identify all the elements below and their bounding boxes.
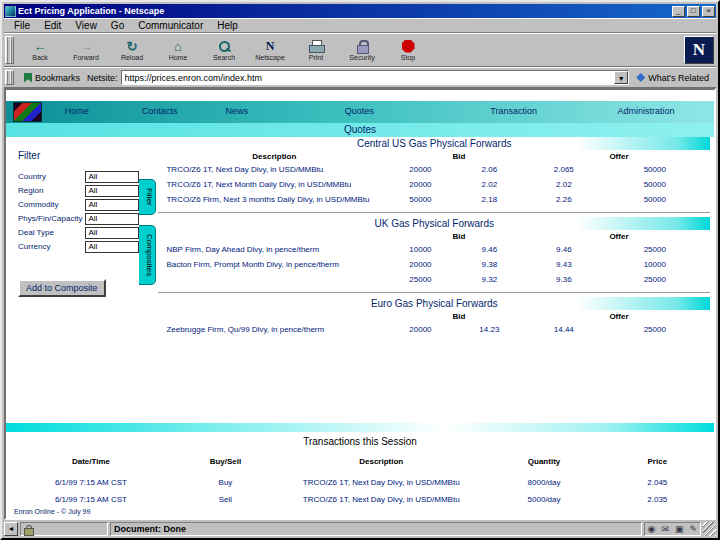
security-button[interactable]: Security [339, 35, 385, 65]
menu-file[interactable]: File [7, 19, 37, 32]
quotes-table: Bid Offer Zeebrugge Firm, Qu/99 Dlvy, in… [158, 310, 710, 337]
menu-communicator[interactable]: Communicator [131, 19, 210, 32]
home-button[interactable]: ⌂ Home [155, 35, 201, 65]
back-arrow-icon: ← [34, 39, 47, 53]
titlebar[interactable]: Ect Pricing Application - Netscape _ □ × [4, 4, 716, 18]
browser-content-area: Home Contacts News Quotes Transaction Ad… [4, 88, 716, 520]
filter-field-region: Region All [18, 185, 139, 197]
close-button[interactable]: × [702, 6, 715, 17]
netscape-button[interactable]: N Netscape [247, 35, 293, 65]
search-icon [218, 40, 231, 53]
deal-type-label: Deal Type [18, 229, 85, 237]
quotes-table: Description Bid Offer TRCO/Z6 1T, Next D… [158, 150, 710, 207]
search-button[interactable]: Search [201, 35, 247, 65]
bookmarks-button[interactable]: Bookmarks [20, 72, 84, 84]
reload-label: Reload [121, 54, 143, 61]
printer-icon [309, 40, 323, 52]
phys-fin-capacity-select[interactable]: All [85, 213, 139, 225]
transactions-title: Transactions this Session [6, 432, 714, 457]
menu-view[interactable]: View [68, 19, 104, 32]
nav-item-home[interactable]: Home [65, 106, 89, 116]
navigation-toolbar: ← Back → Forward ↻ Reload ⌂ Home Search … [4, 33, 716, 67]
offer-column-header: Offer [528, 310, 710, 322]
print-button[interactable]: Print [293, 35, 339, 65]
discussions-icon[interactable]: ▣ [675, 525, 684, 534]
scroll-left-button[interactable]: ◄ [4, 522, 18, 536]
filter-field-country: Country All [18, 171, 139, 183]
commodity-select[interactable]: All [85, 199, 139, 211]
site-navigation: Home Contacts News Quotes Transaction Ad… [6, 101, 714, 123]
section-title: Euro Gas Physical Forwards [158, 297, 710, 310]
transactions-table: Date/Time Buy/Sell Description Quantity … [6, 457, 714, 508]
side-tab-strip: Filter Composites [139, 137, 156, 423]
menu-help[interactable]: Help [210, 19, 245, 32]
transactions-header-band [6, 423, 714, 432]
buysell-column-header: Buy/Sell [176, 457, 275, 474]
filter-field-commodity: Commodity All [18, 199, 139, 211]
whats-related-button[interactable]: What's Related [632, 72, 713, 84]
nav-item-news[interactable]: News [226, 106, 249, 116]
region-select[interactable]: All [85, 185, 139, 197]
commodity-label: Commodity [18, 201, 85, 209]
filter-field-phys-fin-capacity: Phys/Fin/Capacity All [18, 213, 139, 225]
nav-item-transaction[interactable]: Transaction [490, 106, 537, 116]
forward-button[interactable]: → Forward [63, 35, 109, 65]
back-button[interactable]: ← Back [17, 35, 63, 65]
nav-item-quotes[interactable]: Quotes [345, 106, 374, 116]
bid-column-header: Bid [390, 150, 528, 162]
netsite-label: Netsite: [87, 73, 118, 83]
page-title: Quotes [6, 123, 714, 137]
quotes-table: Bid Offer NBP Firm, Day Ahead Dlvy, in p… [158, 230, 710, 287]
back-label: Back [32, 54, 48, 61]
section-divider [158, 292, 710, 293]
offer-column-header: Offer [528, 150, 710, 162]
status-message: Document: Done [110, 522, 642, 536]
section-title: Central US Gas Physical Forwards [158, 137, 710, 150]
location-bar-grip[interactable] [5, 70, 14, 85]
stop-button[interactable]: Stop [385, 35, 431, 65]
currency-select[interactable]: All [85, 241, 139, 253]
whats-related-icon [636, 73, 645, 82]
status-bar: ◄ Document: Done ◉ ✉ ▣ ✎ [4, 520, 716, 536]
menu-edit[interactable]: Edit [37, 19, 68, 32]
url-dropdown-arrow-icon[interactable]: ▼ [614, 71, 628, 84]
maximize-button[interactable]: □ [687, 6, 700, 17]
padlock-icon [357, 40, 367, 53]
mailbox-icon[interactable]: ✉ [661, 525, 669, 534]
status-padlock-icon [24, 525, 32, 534]
bookmark-icon [24, 73, 32, 83]
quantity-column-header: Quantity [487, 457, 600, 474]
toolbar-grip[interactable] [5, 36, 14, 64]
tab-composites[interactable]: Composites [139, 225, 156, 285]
window-title: Ect Pricing Application - Netscape [18, 6, 670, 16]
application-icon [5, 6, 16, 17]
resize-grip[interactable] [703, 522, 716, 536]
quotes-section-central-us: Central US Gas Physical Forwards Descrip… [158, 137, 710, 207]
reload-button[interactable]: ↻ Reload [109, 35, 155, 65]
nav-item-administration[interactable]: Administration [618, 106, 675, 116]
deal-type-select[interactable]: All [85, 227, 139, 239]
minimize-button[interactable]: _ [672, 6, 685, 17]
security-status-panel[interactable] [20, 522, 108, 536]
navigator-icon[interactable]: ◉ [648, 525, 656, 534]
netscape-throbber-icon[interactable]: N [684, 36, 714, 64]
menubar: File Edit View Go Communicator Help [4, 18, 716, 33]
forward-label: Forward [73, 54, 99, 61]
add-to-composite-button[interactable]: Add to Composite [18, 279, 106, 297]
section-divider [158, 212, 710, 213]
home-icon: ⌂ [174, 39, 182, 53]
phys-fin-capacity-label: Phys/Fin/Capacity [18, 215, 85, 223]
forward-arrow-icon: → [80, 39, 93, 53]
location-bar: Bookmarks Netsite: ▼ What's Related [4, 67, 716, 88]
quotes-body: Filter Country All Region All Commodity … [6, 137, 714, 423]
quotes-main: Central US Gas Physical Forwards Descrip… [156, 137, 714, 423]
tab-filter[interactable]: Filter [139, 179, 156, 215]
menu-go[interactable]: Go [104, 19, 131, 32]
stop-sign-icon [402, 40, 415, 53]
description-column-header: Description [158, 150, 390, 162]
composer-icon[interactable]: ✎ [689, 525, 697, 534]
nav-item-contacts[interactable]: Contacts [142, 106, 178, 116]
url-input[interactable] [122, 71, 615, 84]
country-select[interactable]: All [85, 171, 139, 183]
security-label: Security [349, 54, 374, 61]
